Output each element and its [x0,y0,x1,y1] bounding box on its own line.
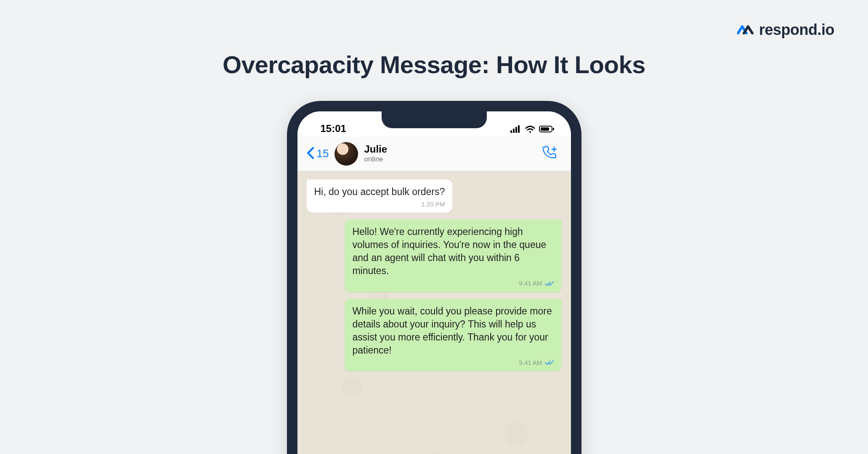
chat-body: Hi, do you accept bulk orders? 1.20 PM H… [297,171,571,454]
svg-rect-1 [513,129,515,133]
battery-icon [539,125,554,135]
svg-rect-3 [518,125,520,133]
message-meta: 1.20 PM [314,200,445,209]
call-button[interactable] [542,145,558,163]
svg-rect-6 [553,128,554,130]
wifi-icon [525,125,536,135]
message-meta: 9.41 AM [352,279,554,288]
message-time: 9.41 AM [519,359,542,367]
svg-rect-2 [515,127,517,133]
double-check-icon [545,281,554,287]
chevron-left-icon [306,146,315,161]
phone-notch [382,111,487,128]
phone-frame: 15:01 [287,101,581,454]
contact-info[interactable]: Julie online [364,144,541,163]
brand-logo: respond.io [737,21,834,39]
message-time: 1.20 PM [421,200,445,209]
double-check-icon [545,360,554,366]
message-text: Hi, do you accept bulk orders? [314,185,445,198]
cellular-icon [510,125,521,135]
message-outgoing: Hello! We're currently experiencing high… [345,219,561,292]
chat-header: 15 Julie online [297,137,571,171]
message-meta: 9.41 AM [352,359,554,367]
back-unread-count: 15 [317,147,329,160]
phone-screen: 15:01 [297,111,571,454]
svg-rect-0 [510,130,512,133]
message-text: While you wait, could you please provide… [352,305,554,357]
page-title: Overcapacity Message: How It Looks [223,50,645,79]
contact-status: online [364,155,541,164]
message-incoming: Hi, do you accept bulk orders? 1.20 PM [307,179,453,213]
message-outgoing: While you wait, could you please provide… [345,299,561,371]
back-button[interactable]: 15 [306,146,329,161]
message-text: Hello! We're currently experiencing high… [352,225,554,277]
status-icons [510,125,554,135]
brand-logo-text: respond.io [759,21,834,39]
brand-logo-icon [737,22,757,37]
svg-rect-5 [541,127,549,131]
contact-avatar[interactable] [334,142,358,166]
contact-name: Julie [364,144,541,155]
status-time: 15:01 [321,123,346,135]
message-time: 9.41 AM [519,279,542,288]
